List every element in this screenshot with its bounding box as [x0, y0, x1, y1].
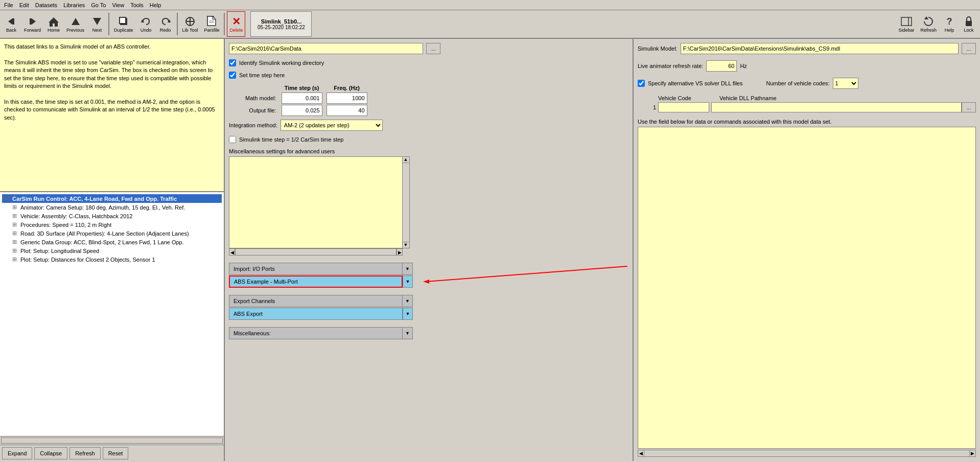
right-panel-hscroll[interactable]: ◀ ▶ [638, 450, 976, 457]
export-section: Export Channels ▼ ABS Export ▼ [229, 295, 413, 320]
refresh-right-button[interactable]: Refresh [918, 11, 939, 37]
menu-datasets[interactable]: Datasets [32, 1, 60, 9]
export-header-arrow[interactable]: ▼ [403, 295, 413, 307]
tree-item-icon: ⊞ [12, 204, 18, 211]
horizontal-scrollbar[interactable] [1, 437, 223, 444]
math-model-ts-input[interactable] [282, 93, 322, 104]
timestep-table: Time step (s) Freq. (Hz) Math model: [243, 84, 369, 117]
forward-icon [27, 15, 39, 28]
misc-bottom-arrow[interactable]: ▼ [403, 327, 413, 339]
tree-item-generic[interactable]: ⊞ Generic Data Group: ACC, Blind-Spot, 2… [10, 238, 222, 246]
left-panel: This dataset links to a Simulink model o… [0, 39, 225, 461]
set-ts-checkbox[interactable] [229, 72, 236, 79]
duplicate-button[interactable]: Duplicate [111, 11, 136, 37]
tree-item-icon: ⊞ [12, 230, 18, 237]
export-header-row: Export Channels ▼ [229, 295, 413, 307]
output-ts-input[interactable] [282, 105, 322, 116]
reset-button[interactable]: Reset [103, 447, 129, 459]
tree-item-label: Generic Data Group: ACC, Blind-Spot, 2 L… [20, 239, 184, 245]
tree-item-plot-dist[interactable]: ⊞ Plot: Setup: Distances for Closest 2 O… [10, 255, 222, 264]
menu-file[interactable]: File [1, 1, 16, 9]
lock-right-button[interactable]: Lock [960, 11, 978, 37]
svg-rect-1 [12, 18, 14, 25]
output-freq-input[interactable] [326, 105, 367, 116]
forward-button[interactable]: Forward [21, 11, 43, 37]
export-selected-value[interactable]: ABS Export [229, 308, 403, 320]
notes-area[interactable] [638, 127, 976, 449]
right-hscroll-left[interactable]: ◀ [638, 450, 644, 457]
output-row: Output file: [243, 104, 369, 117]
scroll-up-btn[interactable]: ▲ [403, 157, 409, 163]
expand-button[interactable]: Expand [2, 447, 32, 459]
working-dir-browse[interactable]: ... [426, 43, 440, 54]
simulink-half-step-checkbox[interactable] [229, 136, 236, 143]
simulink-model-browse[interactable]: ... [962, 43, 976, 54]
svg-marker-24 [423, 280, 429, 284]
menu-libraries[interactable]: Libraries [60, 1, 88, 9]
menubar: File Edit Datasets Libraries Go To View … [0, 0, 980, 10]
misc-hscroll[interactable]: ◀ ▶ [229, 248, 403, 256]
identify-wd-checkbox[interactable] [229, 59, 236, 66]
menu-tools[interactable]: Tools [127, 1, 147, 9]
scroll-right-btn[interactable]: ▶ [396, 248, 403, 256]
lib-tool-button[interactable]: Lib Tool [180, 11, 201, 37]
notes-label: Use the field below for data or commands… [638, 119, 976, 125]
tree-item-icon: ⊞ [12, 221, 18, 228]
identify-wd-row: Identify Simulink working directory [229, 59, 628, 66]
specify-vs-checkbox[interactable] [638, 80, 645, 87]
tree-item-road[interactable]: ⊞ Road: 3D Surface (All Properties): 4-L… [10, 229, 222, 238]
tree-root[interactable]: ⊟ CarSim Run Control: ACC, 4-Lane Road, … [2, 194, 222, 203]
tree-item-vehicle[interactable]: ⊞ Vehicle: Assembly: C-Class, Hatchback … [10, 212, 222, 220]
simulink-model-input[interactable] [681, 43, 959, 54]
svg-rect-22 [966, 21, 972, 26]
home-button[interactable]: Home [44, 11, 63, 37]
scroll-left-btn[interactable]: ◀ [229, 248, 235, 256]
tree-item-plot-long[interactable]: ⊞ Plot: Setup: Longitudinal Speed [10, 246, 222, 255]
menu-goto[interactable]: Go To [88, 1, 109, 9]
help-right-button[interactable]: ? Help [940, 11, 959, 37]
num-codes-select[interactable]: 1 2 3 [833, 78, 858, 89]
vc-code-input[interactable] [658, 102, 709, 112]
parsfile-button[interactable]: Parsfile [201, 11, 222, 37]
title-block[interactable]: Simlink_51b0... 05-25-2020 18:02:22 [250, 11, 312, 37]
delete-button[interactable]: ✕ Delete [227, 11, 245, 37]
description-text: This dataset links to a Simulink model o… [4, 43, 220, 122]
notes-textarea[interactable] [638, 127, 975, 448]
live-animator-label: Live animator refresh rate: [638, 63, 703, 69]
export-selected-arrow[interactable]: ▼ [403, 308, 413, 320]
next-button[interactable]: Next [88, 11, 106, 37]
previous-button[interactable]: Previous [64, 11, 87, 37]
tree-item-procedures[interactable]: ⊞ Procedures: Speed = 110, 2 m Right [10, 220, 222, 229]
math-model-freq-input[interactable] [326, 93, 367, 104]
tree-item-animator[interactable]: ⊞ Animator: Camera Setup: 180 deg. Azimu… [10, 203, 222, 212]
hz-label: Hz [740, 63, 746, 69]
misc-section: Miscellaneous settings for advanced user… [229, 148, 628, 256]
refresh-button[interactable]: Refresh [69, 447, 101, 459]
misc-scrollbar[interactable]: ▲ ▼ [403, 156, 410, 248]
integration-select[interactable]: AM-2 (2 updates per step) Euler RK4 [281, 120, 383, 131]
vc-browse-btn[interactable]: ... [962, 102, 976, 112]
import-selected-arrow[interactable]: ▼ [403, 275, 413, 288]
misc-textarea[interactable] [229, 156, 403, 248]
live-animator-hz-input[interactable] [706, 60, 737, 72]
redo-button[interactable]: Redo [156, 11, 175, 37]
import-header-arrow[interactable]: ▼ [403, 263, 413, 275]
collapse-button[interactable]: Collapse [34, 447, 67, 459]
menu-help[interactable]: Help [147, 1, 165, 9]
import-selected-value[interactable]: ABS Example - Multi-Port [229, 275, 403, 288]
working-dir-row: ... [229, 43, 628, 54]
specify-vs-row: Specify alternative VS solver DLL files … [638, 78, 976, 89]
menu-view[interactable]: View [109, 1, 127, 9]
undo-button[interactable]: Undo [137, 11, 155, 37]
scroll-down-btn[interactable]: ▼ [403, 242, 409, 248]
math-model-label: Math model: [243, 92, 279, 104]
hscroll-track [235, 248, 396, 256]
menu-edit[interactable]: Edit [16, 1, 32, 9]
previous-icon [69, 15, 82, 28]
back-button[interactable]: Back [2, 11, 20, 37]
sidebar-right-button[interactable]: Sidebar [896, 11, 917, 37]
working-dir-input[interactable] [229, 43, 423, 54]
vc-path-input[interactable] [711, 102, 962, 112]
export-selected-row: ABS Export ▼ [229, 308, 413, 320]
right-hscroll-right[interactable]: ▶ [969, 450, 975, 457]
